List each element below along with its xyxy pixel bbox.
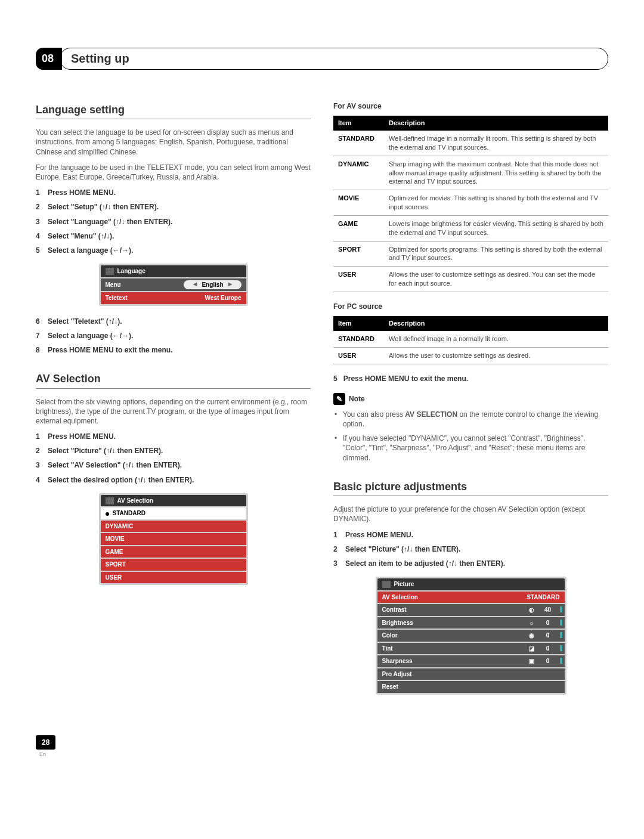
- step-item: Select "Setup" (↑/↓ then ENTER).: [36, 202, 311, 212]
- table-row: USERAllows the user to customize setting…: [333, 347, 608, 364]
- table-header-item: Item: [333, 316, 384, 331]
- section-heading-language: Language setting: [36, 103, 311, 119]
- right-column: For AV source Item Description STANDARDW…: [333, 97, 608, 705]
- osd-row-value: West Europe: [205, 294, 242, 302]
- osd-row-value: STANDARD: [527, 593, 559, 602]
- osd-item-label: DYNAMIC: [106, 522, 134, 531]
- osd-row-color: Color ◉ 0: [377, 630, 565, 642]
- table-cell-desc: Lowers image brightness for easier viewi…: [384, 215, 608, 241]
- left-arrow-icon: ◀: [193, 281, 197, 288]
- table-row: SPORTOptimized for sports programs. This…: [333, 241, 608, 267]
- step-item: Press HOME MENU.: [36, 188, 311, 197]
- osd-title-bar: AV Selection: [101, 495, 246, 507]
- step-item: Select "AV Selection" (↑/↓ then ENTER).: [36, 460, 311, 470]
- section-heading-basic-picture: Basic picture adjustments: [333, 479, 608, 496]
- osd-item-dynamic: DYNAMIC: [101, 521, 246, 532]
- osd-item-label: MOVIE: [106, 535, 125, 543]
- steps-list: Press HOME MENU. Select "Setup" (↑/↓ the…: [36, 188, 311, 255]
- step-item: 5 Press HOME MENU to exit the menu.: [333, 374, 608, 383]
- step-item: Select an item to be adjusted (↑/↓ then …: [333, 559, 608, 568]
- table-row: MOVIEOptimized for movies. This setting …: [333, 190, 608, 216]
- picture-icon: [382, 581, 391, 588]
- table-heading-av-source: For AV source: [333, 101, 608, 111]
- step-item: Select "Picture" (↑/↓ then ENTER).: [333, 544, 608, 554]
- contrast-icon: ◐: [528, 606, 536, 614]
- osd-item-label: SPORT: [106, 561, 126, 569]
- table-cell-desc: Well-defined image in a normally lit roo…: [384, 131, 608, 156]
- table-row: STANDARDWell defined image in a normally…: [333, 331, 608, 347]
- steps-list: Press HOME MENU. Select "Picture" (↑/↓ t…: [36, 432, 311, 485]
- osd-row-label: AV Selection: [382, 593, 418, 602]
- osd-row-reset: Reset: [377, 681, 565, 693]
- av-source-table: Item Description STANDARDWell-defined im…: [333, 116, 608, 292]
- chapter-header: 08 Setting up: [36, 48, 608, 70]
- page-footer: 28 En: [36, 735, 608, 758]
- page-number-badge: 28: [36, 735, 55, 750]
- step-item: Select "Language" (↑/↓ then ENTER).: [36, 217, 311, 227]
- steps-list: Select "Teletext" (↑/↓). Select a langua…: [36, 317, 311, 355]
- table-cell-desc: Allows the user to customize settings as…: [384, 267, 608, 292]
- color-icon: ◉: [528, 631, 536, 640]
- table-row: USERAllows the user to customize setting…: [333, 267, 608, 292]
- table-cell-desc: Allows the user to customize settings as…: [384, 347, 608, 364]
- pc-source-table: Item Description STANDARDWell defined im…: [333, 316, 608, 364]
- note-heading: ✎ Note: [333, 393, 365, 405]
- table-cell-desc: Well defined image in a normally lit roo…: [384, 331, 608, 347]
- osd-title-text: Picture: [394, 580, 414, 589]
- osd-row-label: Contrast: [382, 606, 407, 614]
- table-cell-desc: Optimized for movies. This setting is sh…: [384, 190, 608, 216]
- osd-row-label: Teletext: [106, 294, 128, 302]
- osd-picture-menu: Picture AV Selection STANDARD Contrast ◐…: [376, 577, 566, 695]
- osd-row-contrast: Contrast ◐ 40: [377, 604, 565, 616]
- slider-thumb: [560, 620, 562, 626]
- paragraph: Select from the six viewing options, dep…: [36, 397, 311, 426]
- table-cell-item: USER: [333, 347, 384, 364]
- table-cell-item: MOVIE: [333, 190, 384, 216]
- slider-value: 40: [540, 606, 556, 614]
- slider-value: 0: [540, 631, 556, 640]
- osd-item-movie: MOVIE: [101, 533, 246, 545]
- osd-row-tint: Tint ◪ 0: [377, 643, 565, 655]
- table-header-description: Description: [384, 316, 608, 331]
- language-code: En: [39, 751, 608, 758]
- table-cell-item: GAME: [333, 215, 384, 241]
- tint-icon: ◪: [528, 645, 536, 653]
- osd-title-text: Language: [117, 267, 145, 275]
- step-item: Select "Picture" (↑/↓ then ENTER).: [36, 446, 311, 456]
- brightness-icon: ☼: [528, 619, 536, 627]
- slider-thumb: [560, 632, 562, 638]
- table-row: STANDARDWell-defined image in a normally…: [333, 131, 608, 156]
- sharpness-icon: ▣: [528, 657, 536, 665]
- osd-av-selection-menu: AV Selection STANDARD DYNAMIC MOVIE GAME…: [99, 493, 248, 586]
- osd-spinner: ◀ English ▶: [184, 280, 241, 290]
- gear-icon: [106, 268, 114, 275]
- osd-title-text: AV Selection: [117, 497, 153, 505]
- note-item: If you have selected "DYNAMIC", you cann…: [343, 434, 608, 463]
- left-column: Language setting You can select the lang…: [36, 97, 311, 705]
- table-cell-item: SPORT: [333, 241, 384, 267]
- paragraph: You can select the language to be used f…: [36, 128, 311, 157]
- step-item: Press HOME MENU.: [36, 432, 311, 441]
- selected-bullet-icon: [106, 512, 109, 516]
- steps-list: Press HOME MENU. Select "Picture" (↑/↓ t…: [333, 530, 608, 569]
- slider-value: 0: [540, 657, 556, 665]
- picture-icon: [106, 497, 114, 504]
- osd-row-label: Pro Adjust: [382, 670, 412, 679]
- table-row: DYNAMICSharp imaging with the maximum co…: [333, 156, 608, 190]
- osd-spinner-value: English: [202, 281, 223, 289]
- paragraph: Adjust the picture to your preference fo…: [333, 504, 608, 524]
- table-header-description: Description: [384, 116, 608, 131]
- table-cell-desc: Optimized for sports programs. This sett…: [384, 241, 608, 267]
- table-heading-pc-source: For PC source: [333, 302, 608, 311]
- osd-row-label: Menu: [106, 281, 121, 289]
- table-header-item: Item: [333, 116, 384, 131]
- paragraph: For the language to be used in the TELET…: [36, 163, 311, 182]
- osd-row-pro-adjust: Pro Adjust: [377, 668, 565, 680]
- osd-item-label: USER: [106, 574, 122, 582]
- osd-row-label: Reset: [382, 683, 398, 691]
- pencil-icon: ✎: [333, 393, 345, 405]
- osd-item-standard: STANDARD: [101, 507, 246, 519]
- osd-row-label: Tint: [382, 645, 393, 653]
- step-item: Press HOME MENU to exit the menu.: [36, 345, 311, 355]
- table-cell-item: STANDARD: [333, 131, 384, 156]
